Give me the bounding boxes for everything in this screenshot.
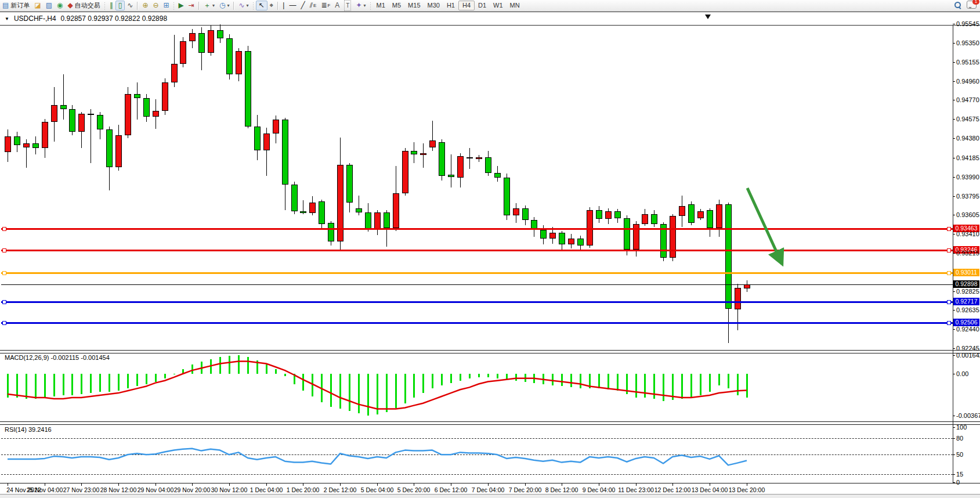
time-axis-label[interactable]: 1 Dec 04:00	[250, 486, 283, 493]
time-axis-label[interactable]: 13 Dec 20:00	[729, 486, 765, 493]
timeframe-w1[interactable]: W1	[490, 1, 507, 10]
line-anchor[interactable]	[2, 248, 6, 252]
candle-body[interactable]	[300, 211, 306, 213]
candle-body[interactable]	[624, 218, 630, 250]
time-axis-label[interactable]: 11 Dec 23:00	[618, 486, 654, 493]
candle-body[interactable]	[402, 151, 408, 193]
candle-body[interactable]	[439, 142, 445, 176]
timeframe-m15[interactable]: M15	[404, 1, 424, 10]
time-axis-label[interactable]: 28 Nov 12:00	[100, 486, 136, 493]
auto-scroll-icon[interactable]: ▶	[176, 1, 186, 10]
time-axis-label[interactable]: 30 Nov 12:00	[211, 486, 247, 493]
current-price-line[interactable]	[1, 284, 953, 285]
candle-body[interactable]	[494, 173, 501, 178]
candle-body[interactable]	[337, 165, 343, 241]
time-axis-label[interactable]: 8 Dec 12:00	[545, 486, 578, 493]
candle-body[interactable]	[688, 204, 695, 223]
candle-body[interactable]	[476, 157, 482, 159]
candle-body[interactable]	[115, 135, 122, 167]
candle-body[interactable]	[420, 153, 426, 155]
candle-body[interactable]	[282, 120, 288, 185]
candle-body[interactable]	[245, 51, 251, 127]
time-axis-label[interactable]: 12 Dec 12:00	[654, 486, 690, 493]
candle-body[interactable]	[180, 41, 186, 64]
timeframe-h1[interactable]: H1	[443, 1, 458, 10]
candle-body[interactable]	[143, 98, 150, 117]
candle-body[interactable]	[679, 206, 685, 216]
candle-body[interactable]	[697, 211, 704, 218]
candle-body[interactable]	[153, 111, 159, 117]
chart-dropdown-icon[interactable]: ▼	[5, 16, 9, 21]
candle-body[interactable]	[328, 223, 334, 241]
candle-body[interactable]	[291, 185, 298, 211]
fibonacci-icon[interactable]: ≣F	[319, 1, 332, 10]
candle-body[interactable]	[78, 114, 85, 132]
candle-body[interactable]	[32, 143, 39, 148]
line-anchor[interactable]	[947, 271, 951, 275]
candle-body[interactable]	[735, 288, 741, 309]
time-axis-label[interactable]: 13 Dec 04:00	[692, 486, 728, 493]
signal-icon[interactable]: ◉	[55, 1, 65, 10]
timeframe-m5[interactable]: M5	[389, 1, 404, 10]
level-line[interactable]	[1, 250, 953, 251]
candle-body[interactable]	[198, 33, 205, 53]
time-axis-label[interactable]: 5 Dec 20:00	[397, 486, 431, 493]
candle-body[interactable]	[504, 178, 510, 215]
time-axis-label[interactable]: 9 Dec 04:00	[583, 486, 616, 493]
level-line[interactable]	[1, 322, 953, 324]
line-anchor[interactable]	[2, 271, 6, 275]
autotrade-button[interactable]: ◆自动交易	[66, 1, 103, 10]
timeframe-h4[interactable]: H4	[458, 1, 475, 10]
time-axis-label[interactable]: 25 Nov 04:00	[27, 486, 63, 493]
candle-body[interactable]	[208, 30, 214, 53]
line-chart-icon[interactable]: ∿	[125, 1, 135, 10]
time-axis-label[interactable]: 1 Dec 20:00	[287, 486, 320, 493]
candlestick-chart-icon[interactable]: ▯	[115, 1, 125, 10]
candle-body[interactable]	[513, 208, 519, 215]
candle-body[interactable]	[226, 38, 233, 75]
level-line[interactable]	[1, 272, 953, 274]
timeframe-d1[interactable]: D1	[475, 1, 490, 10]
candle-body[interactable]	[642, 214, 648, 224]
candle-body[interactable]	[356, 208, 362, 212]
profiles-clock-icon[interactable]: ◷▾	[217, 1, 232, 10]
new-order-button[interactable]: ▤新订单	[0, 1, 32, 10]
candle-body[interactable]	[60, 105, 67, 109]
chart-shift-icon[interactable]: ⇥	[186, 1, 197, 10]
tile-windows-icon[interactable]: ⊞	[161, 1, 172, 10]
time-axis-label[interactable]: 29 Nov 20:00	[174, 486, 210, 493]
line-anchor[interactable]	[947, 248, 951, 252]
line-anchor[interactable]	[947, 321, 951, 325]
timeframe-m30[interactable]: M30	[424, 1, 443, 10]
vertical-line-icon[interactable]: |	[280, 1, 287, 10]
candle-body[interactable]	[97, 115, 103, 129]
line-anchor[interactable]	[2, 227, 6, 231]
candle-body[interactable]	[540, 230, 547, 239]
candle-body[interactable]	[549, 233, 556, 239]
candle-body[interactable]	[106, 129, 113, 167]
candle-body[interactable]	[125, 94, 131, 135]
arrows-icon[interactable]: A	[332, 1, 342, 10]
candle-body[interactable]	[171, 64, 178, 82]
time-axis-label[interactable]: 7 Dec 04:00	[472, 486, 505, 493]
candle-body[interactable]	[457, 156, 464, 178]
zoom-in-icon[interactable]: ⊕	[140, 1, 150, 10]
level-line[interactable]	[1, 301, 953, 303]
line-anchor[interactable]	[2, 300, 6, 304]
time-axis-label[interactable]: 2 Dec 12:00	[324, 486, 357, 493]
timeframe-m1[interactable]: M1	[373, 1, 389, 10]
candle-body[interactable]	[88, 114, 94, 115]
candle-body[interactable]	[393, 193, 399, 228]
candle-body[interactable]	[568, 239, 574, 244]
horizontal-line-icon[interactable]: —	[287, 1, 298, 10]
candle-body[interactable]	[374, 212, 381, 229]
line-anchor[interactable]	[947, 227, 951, 231]
eraser-icon[interactable]: ◪	[32, 1, 43, 10]
time-axis-label[interactable]: 7 Dec 20:00	[509, 486, 542, 493]
candle-body[interactable]	[263, 133, 270, 150]
candle-body[interactable]	[217, 30, 223, 38]
candle-body[interactable]	[365, 212, 371, 229]
candle-body[interactable]	[448, 175, 454, 176]
candle-body[interactable]	[614, 211, 621, 218]
zoom-out-icon[interactable]: ⊖	[150, 1, 161, 10]
